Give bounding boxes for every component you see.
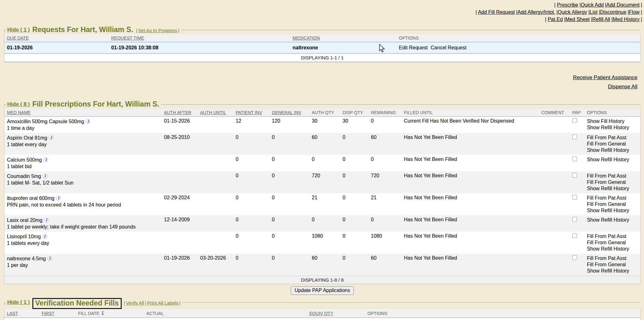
comment-cell bbox=[539, 215, 570, 232]
pap-cell bbox=[570, 232, 585, 254]
receive-patient-assistance-link[interactable]: Receive Patient Assistance bbox=[4, 73, 637, 82]
nav-link-med-sheet[interactable]: Med Sheet bbox=[565, 17, 592, 22]
option-link[interactable]: Fill From General bbox=[587, 262, 638, 268]
fill-row: Lisinopril 10mgi 1 tablets every day 0 0… bbox=[4, 232, 641, 254]
option-link[interactable]: Fill From General bbox=[587, 201, 638, 207]
option-link[interactable]: Show Refill History bbox=[587, 217, 638, 223]
options-cell: Fill From Pat Asst Fill From General Sho… bbox=[585, 133, 641, 155]
option-link[interactable]: Fill From General bbox=[587, 141, 638, 147]
pap-checkbox[interactable] bbox=[572, 233, 577, 238]
remaining-cell: 21 bbox=[369, 193, 402, 215]
comment-cell bbox=[539, 171, 570, 193]
pap-checkbox[interactable] bbox=[572, 255, 577, 260]
cancel-request-link[interactable]: Cancel Request bbox=[431, 45, 467, 50]
option-link[interactable]: Fill From Pat Asst bbox=[587, 233, 638, 240]
pap-checkbox[interactable] bbox=[572, 118, 577, 123]
fill-hide-toggle[interactable]: Hide ( 8 ) bbox=[7, 101, 30, 108]
fieldset-rule bbox=[181, 30, 641, 33]
info-icon[interactable]: i bbox=[49, 135, 53, 140]
option-link[interactable]: Fill From Pat Asst bbox=[587, 173, 638, 179]
column-header-last[interactable]: LAST bbox=[4, 309, 39, 318]
fill-date-sort-link[interactable]: FILL DATE bbox=[78, 311, 100, 316]
auth-qty-cell: 720 bbox=[309, 171, 340, 193]
sig-text: PRN pain, not to exceed 4 tablets in 24 … bbox=[7, 201, 159, 208]
fill-date-cell: 01-19-2026 bbox=[76, 318, 144, 320]
info-icon[interactable]: i bbox=[44, 218, 49, 223]
option-link[interactable]: Fill From Pat Asst bbox=[587, 135, 638, 141]
requests-section-title: Requests For Hart, William S. bbox=[32, 25, 133, 34]
nav-link-add-allergy-intol[interactable]: Add Allergy/Intol. bbox=[517, 9, 558, 15]
option-link[interactable]: Show Refill History bbox=[587, 268, 638, 274]
options-cell: Show Fill History Show Refill History bbox=[585, 117, 641, 133]
option-link[interactable]: Fill From General bbox=[587, 240, 638, 246]
info-icon[interactable]: i bbox=[42, 234, 47, 239]
nav-link-med-history[interactable]: Med History bbox=[613, 17, 642, 22]
nav-link-add-document[interactable]: Add Document bbox=[606, 2, 642, 8]
comment-cell bbox=[539, 133, 570, 155]
update-pap-applications-button[interactable]: Update PAP Applications bbox=[291, 286, 354, 295]
auth-after-cell: 02-29-2024 bbox=[162, 193, 198, 215]
nav-link-add-fill-request[interactable]: Add Fill Request bbox=[478, 9, 518, 15]
column-header-auth-until[interactable]: AUTH UNTIL bbox=[198, 108, 233, 117]
nav-link-quick-add[interactable]: Quick Add bbox=[581, 2, 606, 8]
auth-until-cell bbox=[198, 155, 233, 171]
option-link[interactable]: Show Fill History bbox=[587, 118, 638, 124]
filled-until-cell: Has Not Yet Been Filled bbox=[402, 254, 539, 276]
option-link[interactable]: Show Refill History bbox=[587, 157, 638, 163]
column-header-general-inv[interactable]: GENERAL INV bbox=[269, 108, 309, 117]
options-cell: Show Refill History bbox=[585, 155, 641, 171]
pap-checkbox[interactable] bbox=[572, 173, 577, 178]
nav-link-flow[interactable]: Flow bbox=[629, 9, 642, 15]
edit-request-link[interactable]: Edit Request bbox=[399, 45, 428, 50]
option-link[interactable]: Show Refill History bbox=[587, 207, 638, 214]
request-row: 01-19-2026 01-19-2026 10:38:08 naltrexon… bbox=[4, 42, 641, 53]
option-link[interactable]: Show Refill History bbox=[587, 124, 638, 131]
verification-table: LAST FIRST FILL DATE↧ ACTUAL EQUIV QTY O… bbox=[4, 309, 641, 320]
info-icon[interactable]: i bbox=[56, 196, 61, 201]
sig-text: 1 tablet po weekly; take if weight great… bbox=[7, 223, 159, 230]
option-link[interactable]: Show Refill History bbox=[587, 246, 638, 252]
column-header-patient-inv[interactable]: PATIENT INV bbox=[233, 108, 269, 117]
info-icon[interactable]: i bbox=[43, 174, 47, 179]
patient-inv-cell: 0 bbox=[233, 171, 269, 193]
column-header-fill-date: FILL DATE↧ bbox=[76, 309, 144, 318]
auth-after-cell bbox=[162, 171, 198, 193]
column-header-medication[interactable]: MEDICATION bbox=[290, 34, 397, 42]
column-header-first[interactable]: FIRST bbox=[39, 309, 76, 318]
option-link[interactable]: Fill From General bbox=[587, 179, 638, 185]
verification-hide-toggle[interactable]: Hide ( 1 ) bbox=[7, 299, 30, 306]
nav-link-quick-allergy[interactable]: Quick Allergy bbox=[558, 9, 590, 15]
auth-until-cell bbox=[198, 133, 233, 155]
option-link[interactable]: Show Refill History bbox=[587, 185, 638, 192]
pap-checkbox[interactable] bbox=[572, 135, 577, 139]
column-header-auth-after[interactable]: AUTH AFTER bbox=[162, 108, 198, 117]
auth-after-cell bbox=[162, 155, 198, 171]
fieldset-rule bbox=[183, 302, 641, 306]
column-header-med-name[interactable]: MED NAME bbox=[4, 108, 162, 117]
info-icon[interactable]: i bbox=[86, 119, 90, 124]
column-header-due-date[interactable]: DUE DATE bbox=[4, 34, 109, 42]
nav-link-list[interactable]: List bbox=[590, 9, 600, 15]
requests-hide-toggle[interactable]: Hide ( 1 ) bbox=[7, 27, 30, 33]
info-icon[interactable]: i bbox=[47, 256, 52, 261]
column-header-request-time[interactable]: REQUEST TIME bbox=[109, 34, 290, 42]
pap-checkbox[interactable] bbox=[572, 217, 577, 222]
option-link[interactable]: Show Refill History bbox=[587, 147, 638, 153]
option-link[interactable]: Fill From Pat Asst bbox=[587, 255, 638, 262]
remaining-cell: 0 bbox=[369, 215, 402, 232]
option-link[interactable]: Fill From Pat Asst bbox=[587, 195, 638, 201]
nav-link-refill-all[interactable]: Refill All bbox=[592, 17, 613, 22]
nav-link-prescribe[interactable]: Prescribe bbox=[557, 2, 581, 8]
nav-link-pat-ed[interactable]: Pat.Ed bbox=[548, 17, 565, 22]
pap-checkbox[interactable] bbox=[572, 195, 577, 200]
column-header-equiv-qty[interactable]: EQUIV QTY bbox=[307, 309, 365, 318]
set-as-in-progress-link[interactable]: Set As In Progress bbox=[138, 28, 177, 33]
filled-until-cell: Has Not Yet Been Filled bbox=[402, 133, 539, 155]
info-icon[interactable]: i bbox=[43, 157, 48, 162]
verify-all-link[interactable]: Verify All bbox=[126, 300, 144, 306]
dispense-all-link[interactable]: Dispense All bbox=[4, 82, 637, 91]
column-header-options: OPTIONS bbox=[397, 34, 641, 42]
pap-checkbox[interactable] bbox=[572, 157, 577, 161]
nav-link-discontinue[interactable]: Discontinue bbox=[600, 9, 629, 15]
print-all-labels-link[interactable]: Print All Labels bbox=[147, 300, 178, 306]
